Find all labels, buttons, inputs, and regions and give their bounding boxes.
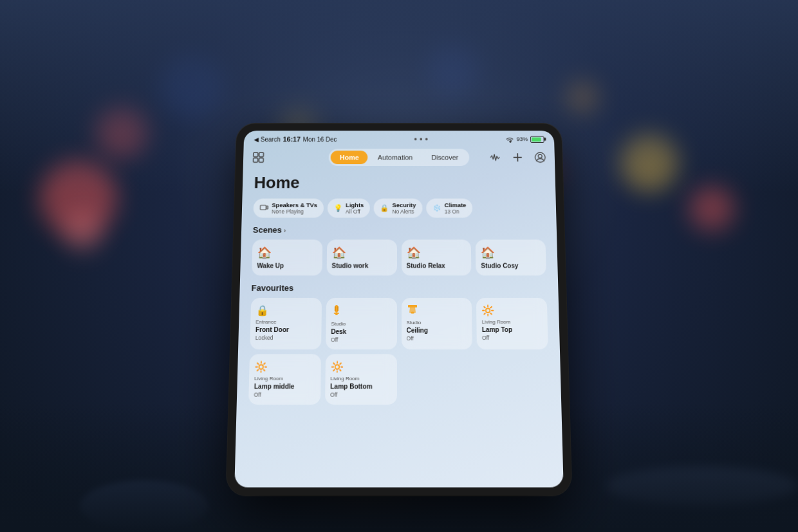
ipad-device: ◀ Search 16:17 Mon 16 Dec • • • 93%: [227, 123, 572, 495]
lamp-bottom-room: Living Room: [330, 375, 391, 381]
svg-point-7: [538, 154, 542, 158]
svg-rect-8: [261, 205, 266, 209]
fav-lamp-bottom[interactable]: 🔆 Living Room Lamp Bottom Off: [325, 354, 397, 405]
chip-security[interactable]: 🔒 Security No Alerts: [374, 198, 422, 217]
scenes-chevron: ›: [284, 226, 286, 234]
front-door-name: Front Door: [255, 326, 316, 333]
battery-icon: [530, 136, 544, 142]
grid-view-icon[interactable]: [250, 149, 268, 166]
lamp-bottom-status: Off: [330, 391, 391, 398]
chip-lights[interactable]: 💡 Lights All Off: [327, 198, 370, 217]
studio-relax-icon: 🏠: [406, 246, 420, 260]
lights-title: Lights: [346, 201, 364, 208]
svg-rect-0: [254, 152, 258, 157]
chip-speakers-tvs[interactable]: Speakers & TVs None Playing: [253, 198, 324, 217]
lights-icon: 💡: [333, 204, 342, 212]
lights-sub: All Off: [346, 208, 364, 215]
studio-ceiling-name: Ceiling: [407, 327, 467, 334]
speakers-tvs-sub: None Playing: [272, 208, 317, 215]
svg-rect-11: [335, 306, 336, 311]
status-bar: ◀ Search 16:17 Mon 16 Dec • • • 93%: [244, 131, 555, 146]
ipad-frame: ◀ Search 16:17 Mon 16 Dec • • • 93%: [227, 123, 572, 495]
lamp-middle-status: Off: [254, 391, 315, 398]
studio-cosy-icon: 🏠: [481, 246, 495, 260]
scene-studio-work[interactable]: 🏠 Studio work: [326, 239, 396, 275]
front-door-room: Entrance: [255, 318, 316, 324]
tab-bar: Home Automation Discover: [243, 146, 555, 168]
security-sub: No Alerts: [392, 208, 416, 215]
fav-lamp-middle[interactable]: 🔆 Living Room Lamp middle Off: [248, 354, 321, 405]
scene-studio-cosy[interactable]: 🏠 Studio Cosy: [476, 239, 546, 275]
speakers-tvs-title: Speakers & TVs: [272, 201, 317, 208]
scene-studio-relax[interactable]: 🏠 Studio Relax: [401, 239, 471, 275]
lamp-middle-icon: 🔆: [254, 360, 315, 372]
waveform-icon[interactable]: [487, 149, 503, 165]
studio-work-icon: 🏠: [332, 246, 346, 260]
wake-up-label: Wake Up: [257, 262, 284, 269]
status-dots: • • •: [414, 134, 428, 143]
security-icon: 🔒: [380, 204, 389, 212]
scenes-row: 🏠 Wake Up 🏠 Studio work 🏠 Studio Relax 🏠…: [252, 239, 546, 275]
lamp-bottom-name: Lamp Bottom: [330, 383, 391, 390]
battery-percent-label: 93%: [517, 136, 528, 142]
fav-studio-ceiling[interactable]: Studio Ceiling Off: [401, 298, 472, 349]
security-title: Security: [393, 201, 416, 208]
front-door-status: Locked: [255, 335, 316, 341]
tab-automation[interactable]: Automation: [369, 151, 422, 164]
favourites-grid: 🔒 Entrance Front Door Locked: [248, 298, 550, 405]
climate-title: Climate: [445, 201, 467, 208]
tab-discover[interactable]: Discover: [423, 151, 467, 164]
lamp-middle-name: Lamp middle: [254, 383, 315, 390]
climate-sub: 13 On: [445, 208, 467, 215]
studio-cosy-label: Studio Cosy: [481, 262, 518, 269]
tab-segment: Home Automation Discover: [329, 149, 469, 166]
fav-studio-desk[interactable]: Studio Desk Off: [326, 298, 397, 349]
studio-ceiling-status: Off: [407, 335, 467, 342]
studio-ceiling-room: Studio: [407, 319, 467, 325]
lamp-top-room: Living Room: [482, 318, 543, 324]
studio-desk-room: Studio: [331, 320, 391, 326]
climate-icon: ❄️: [432, 204, 441, 212]
main-content: Home Speakers & TVs None Playing 💡: [234, 168, 563, 487]
fav-lamp-top[interactable]: 🔆 Living Room Lamp Top Off: [476, 298, 548, 349]
scene-wake-up[interactable]: 🏠 Wake Up: [252, 239, 322, 275]
back-search-label[interactable]: ◀ Search: [254, 136, 281, 142]
scenes-section-header[interactable]: Scenes ›: [253, 225, 546, 235]
status-date: Mon 16 Dec: [303, 136, 337, 142]
studio-desk-icon: [331, 304, 391, 318]
lamp-bottom-icon: 🔆: [331, 360, 392, 372]
svg-rect-15: [408, 304, 417, 307]
studio-ceiling-icon: [407, 304, 467, 316]
favourites-label: Favourites: [251, 283, 293, 293]
svg-rect-2: [254, 158, 258, 162]
page-title: Home: [254, 173, 544, 192]
lamp-top-name: Lamp Top: [482, 326, 543, 333]
lamp-top-status: Off: [482, 335, 543, 341]
tab-home[interactable]: Home: [331, 151, 367, 164]
studio-desk-status: Off: [331, 336, 391, 343]
lamp-middle-room: Living Room: [254, 375, 315, 381]
svg-rect-12: [337, 306, 339, 311]
profile-icon[interactable]: [532, 149, 548, 165]
favourites-section-header: Favourites: [251, 283, 546, 293]
studio-work-label: Studio work: [331, 262, 368, 269]
category-chips: Speakers & TVs None Playing 💡 Lights All…: [253, 198, 544, 217]
studio-desk-name: Desk: [331, 328, 391, 335]
wake-up-icon: 🏠: [257, 246, 272, 260]
chip-climate[interactable]: ❄️ Climate 13 On: [426, 198, 472, 217]
front-door-icon: 🔒: [256, 304, 317, 316]
ipad-screen: ◀ Search 16:17 Mon 16 Dec • • • 93%: [234, 131, 563, 487]
svg-rect-9: [266, 205, 268, 208]
lamp-top-icon: 🔆: [481, 304, 542, 316]
svg-rect-3: [259, 158, 263, 162]
svg-rect-1: [259, 152, 264, 157]
studio-relax-label: Studio Relax: [406, 262, 445, 269]
wifi-icon: [505, 136, 514, 142]
add-icon[interactable]: [509, 149, 526, 165]
speakers-tvs-icon: [259, 203, 268, 212]
status-time: 16:17: [283, 135, 301, 142]
scenes-label: Scenes: [253, 225, 282, 235]
fav-front-door[interactable]: 🔒 Entrance Front Door Locked: [250, 298, 322, 349]
